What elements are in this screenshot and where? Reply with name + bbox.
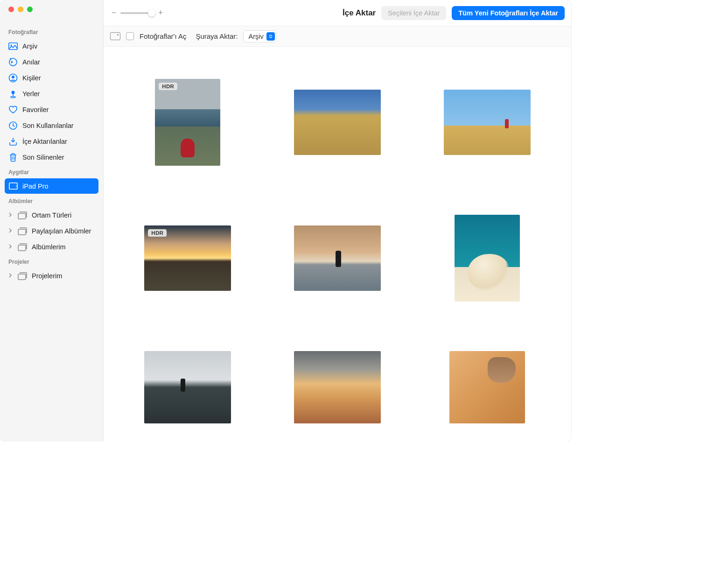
- sidebar-item-label: Ortam Türleri: [32, 211, 71, 219]
- album-stack-icon: [18, 242, 27, 252]
- sidebar-item-label: Son Kullanılanlar: [22, 122, 74, 129]
- import-options-bar: Fotoğraflar'ı Aç Şuraya Aktar: Arşiv: [104, 26, 571, 47]
- import-all-button[interactable]: Tüm Yeni Fotoğrafları İçe Aktar: [452, 6, 565, 20]
- close-window-button[interactable]: [8, 7, 14, 12]
- photo-image: [449, 351, 525, 423]
- sidebar-item-favorites[interactable]: Favoriler: [5, 102, 98, 117]
- sidebar-item-recents[interactable]: Son Kullanılanlar: [5, 118, 98, 133]
- sidebar-item-imports[interactable]: İçe Aktarılanlar: [5, 134, 98, 149]
- open-photos-label: Fotoğraflar'ı Aç: [140, 32, 186, 40]
- sidebar-item-label: Arşiv: [22, 42, 37, 50]
- sidebar-item-label: İçe Aktarılanlar: [22, 138, 67, 145]
- svg-point-4: [12, 76, 14, 78]
- svg-point-5: [12, 91, 15, 94]
- import-to-label: Şuraya Aktar:: [196, 32, 238, 40]
- people-icon: [8, 73, 18, 83]
- app-window: Fotoğraflar Arşiv Anılar Kişiler Yerler: [0, 0, 571, 442]
- album-stack-icon: [18, 226, 27, 236]
- hdr-badge: HDR: [148, 229, 167, 237]
- sidebar-item-label: Kişiler: [22, 74, 41, 82]
- chevron-right-icon: [8, 227, 14, 235]
- photo-image: [294, 351, 381, 423]
- zoom-out-button[interactable]: −: [110, 8, 118, 18]
- sidebar-item-memories[interactable]: Anılar: [5, 54, 98, 70]
- svg-rect-10: [18, 213, 26, 219]
- zoom-slider-knob[interactable]: [148, 9, 155, 17]
- sidebar-item-people[interactable]: Kişiler: [5, 70, 98, 85]
- svg-rect-0: [9, 42, 17, 49]
- sidebar-section-devices: Aygıtlar: [0, 167, 103, 178]
- photo-thumbnail[interactable]: [449, 351, 525, 423]
- sidebar: Fotoğraflar Arşiv Anılar Kişiler Yerler: [0, 0, 104, 442]
- zoom-slider[interactable]: [120, 12, 154, 14]
- svg-rect-13: [18, 274, 26, 280]
- import-icon: [8, 137, 18, 146]
- sidebar-section-albums: Albümler: [0, 196, 103, 207]
- window-controls: [0, 7, 103, 12]
- memories-icon: [8, 57, 18, 67]
- sidebar-item-label: Albümlerim: [32, 243, 66, 251]
- device-icon: [110, 32, 120, 40]
- minimize-window-button[interactable]: [18, 7, 23, 12]
- sidebar-item-label: Paylaşılan Albümler: [32, 227, 91, 235]
- photo-thumbnail[interactable]: [444, 90, 531, 155]
- toolbar: − + İçe Aktar Seçileni İçe Aktar Tüm Yen…: [104, 0, 571, 26]
- library-icon: [8, 42, 18, 51]
- photo-image: [294, 225, 381, 291]
- sidebar-item-label: iPad Pro: [22, 183, 49, 190]
- photo-thumbnail[interactable]: [294, 225, 381, 291]
- photo-thumbnail[interactable]: HDR: [144, 225, 231, 291]
- sidebar-item-my-projects[interactable]: Projelerim: [5, 268, 98, 283]
- photo-image: [294, 90, 381, 155]
- svg-rect-11: [18, 229, 26, 235]
- photo-image: [444, 90, 531, 155]
- page-title: İçe Aktar: [343, 8, 376, 18]
- sidebar-item-label: Yerler: [22, 90, 40, 98]
- album-stack-icon: [18, 271, 27, 281]
- trash-icon: [8, 153, 18, 162]
- chevron-down-icon: [266, 32, 275, 41]
- sidebar-section-photos: Fotoğraflar: [0, 27, 103, 38]
- photo-image: [155, 79, 220, 166]
- photo-thumbnail[interactable]: [294, 351, 381, 423]
- clock-icon: [8, 121, 18, 130]
- svg-rect-12: [18, 245, 26, 251]
- ipad-icon: [8, 182, 18, 191]
- sidebar-item-ipad-pro[interactable]: iPad Pro: [5, 178, 98, 194]
- photo-thumbnail[interactable]: HDR: [155, 79, 220, 166]
- photo-image: [455, 215, 520, 302]
- chevron-right-icon: [8, 211, 14, 219]
- zoom-in-button[interactable]: +: [157, 8, 164, 18]
- sidebar-item-label: Favoriler: [22, 106, 49, 113]
- main-content: − + İçe Aktar Seçileni İçe Aktar Tüm Yen…: [104, 0, 571, 442]
- sidebar-item-shared-albums[interactable]: Paylaşılan Albümler: [5, 223, 98, 239]
- sidebar-item-label: Projelerim: [32, 272, 62, 280]
- photo-thumbnail[interactable]: [455, 215, 520, 302]
- chevron-right-icon: [8, 272, 14, 280]
- svg-point-6: [11, 96, 15, 98]
- sidebar-section-projects: Projeler: [0, 257, 103, 268]
- sidebar-item-label: Anılar: [22, 58, 40, 66]
- sidebar-item-recently-deleted[interactable]: Son Silinenler: [5, 149, 98, 165]
- photo-image: [144, 351, 231, 423]
- sidebar-item-label: Son Silinenler: [22, 154, 64, 161]
- hdr-badge: HDR: [159, 83, 177, 90]
- import-to-value: Arşiv: [248, 33, 263, 40]
- import-selected-button[interactable]: Seçileni İçe Aktar: [381, 6, 446, 20]
- photo-thumbnail[interactable]: [144, 351, 231, 423]
- places-icon: [8, 89, 18, 99]
- sidebar-item-places[interactable]: Yerler: [5, 86, 98, 101]
- open-photos-checkbox[interactable]: [126, 32, 134, 40]
- sidebar-item-my-albums[interactable]: Albümlerim: [5, 239, 98, 254]
- album-stack-icon: [18, 211, 27, 220]
- photo-grid: HDR HDR: [104, 47, 571, 442]
- heart-icon: [8, 105, 18, 114]
- sidebar-item-media-types[interactable]: Ortam Türleri: [5, 207, 98, 223]
- zoom-control: − +: [110, 8, 164, 18]
- fullscreen-window-button[interactable]: [27, 7, 33, 12]
- svg-point-9: [16, 186, 17, 187]
- photo-thumbnail[interactable]: [294, 90, 381, 155]
- chevron-right-icon: [8, 243, 14, 251]
- sidebar-item-library[interactable]: Arşiv: [5, 38, 98, 54]
- import-to-select[interactable]: Arşiv: [243, 30, 276, 42]
